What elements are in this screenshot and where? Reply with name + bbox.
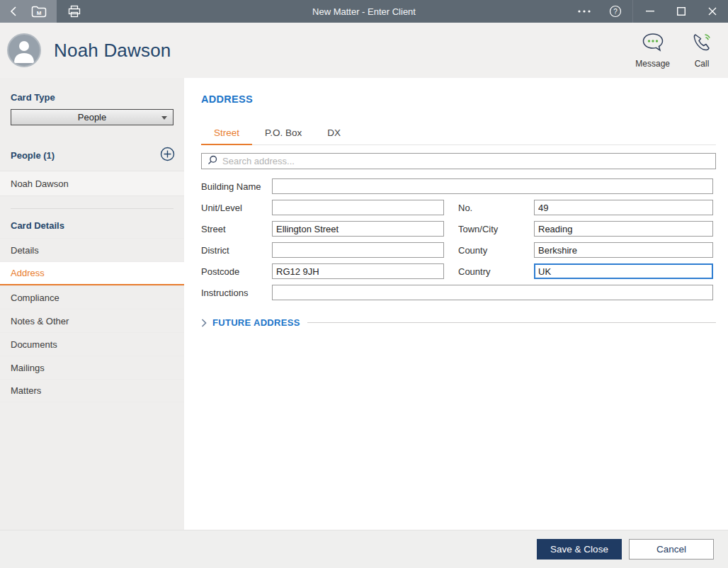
postcode-field[interactable] — [272, 263, 444, 279]
street-label: Street — [201, 224, 272, 234]
close-button[interactable] — [697, 0, 728, 23]
town-city-label: Town/City — [458, 224, 534, 234]
unit-level-label: Unit/Level — [201, 203, 272, 213]
card-type-label: Card Type — [0, 92, 184, 103]
no-field[interactable] — [534, 200, 713, 215]
card-details-header: Card Details — [0, 220, 184, 231]
call-label: Call — [695, 59, 710, 69]
tab-label: DX — [327, 127, 341, 138]
sidebar-item-label: Details — [11, 245, 39, 256]
sidebar-item-details[interactable]: Details — [0, 238, 184, 261]
town-city-field[interactable] — [534, 221, 713, 237]
form-row-building-name: Building Name — [201, 176, 716, 197]
future-address-section[interactable]: FUTURE ADDRESS — [201, 317, 716, 328]
tab-street[interactable]: Street — [201, 123, 252, 145]
sidebar-item-label: Matters — [11, 385, 41, 396]
message-button[interactable]: Message — [635, 32, 670, 69]
sidebar-item-compliance[interactable]: Compliance — [0, 285, 184, 309]
chevron-down-icon — [161, 116, 167, 120]
form-row-postcode-country: Postcode Country — [201, 261, 716, 282]
print-icon[interactable] — [68, 5, 81, 18]
header-actions: Message Call — [635, 32, 712, 69]
address-form: Building Name Unit/Level No. Street Town… — [201, 176, 716, 303]
sidebar-item-label: Documents — [11, 339, 57, 350]
person-name: Noah Dawson — [11, 178, 69, 189]
address-search — [201, 153, 716, 169]
sidebar-divider — [11, 208, 174, 209]
search-input[interactable] — [222, 156, 710, 166]
more-options-icon[interactable] — [569, 0, 600, 23]
titlebar-left-group: M — [0, 0, 57, 23]
tab-dx[interactable]: DX — [314, 123, 353, 145]
sidebar: Card Type People People (1) Noah Dawson … — [0, 78, 184, 530]
message-label: Message — [635, 59, 670, 69]
add-person-button[interactable] — [160, 147, 175, 164]
message-icon — [641, 32, 665, 56]
maximize-button[interactable] — [666, 0, 697, 23]
address-panel: ADDRESS Street P.O. Box DX Building Name — [184, 78, 728, 530]
country-field[interactable] — [534, 263, 713, 279]
tab-label: Street — [214, 127, 239, 138]
future-address-rule — [307, 322, 716, 323]
address-tabs: Street P.O. Box DX — [201, 123, 716, 145]
future-address-label: FUTURE ADDRESS — [212, 317, 300, 328]
save-close-button[interactable]: Save & Close — [537, 539, 622, 560]
body: Card Type People People (1) Noah Dawson … — [0, 78, 728, 530]
help-glyph: ? — [613, 8, 618, 16]
sidebar-item-address[interactable]: Address — [0, 261, 184, 285]
tab-po-box[interactable]: P.O. Box — [252, 123, 314, 145]
section-title: ADDRESS — [201, 93, 716, 105]
instructions-label: Instructions — [201, 288, 272, 298]
unit-level-field[interactable] — [272, 200, 444, 215]
postcode-label: Postcode — [201, 266, 272, 277]
card-type-value: People — [78, 112, 106, 123]
people-header-label: People (1) — [11, 150, 55, 161]
people-list-item[interactable]: Noah Dawson — [0, 171, 184, 196]
form-row-unit-no: Unit/Level No. — [201, 197, 716, 218]
sidebar-item-mailings[interactable]: Mailings — [0, 356, 184, 379]
cancel-label: Cancel — [656, 544, 686, 555]
back-icon[interactable] — [10, 6, 17, 17]
sidebar-item-matters[interactable]: Matters — [0, 379, 184, 402]
matter-folder-icon[interactable]: M — [31, 6, 47, 18]
instructions-field[interactable] — [272, 285, 713, 300]
country-label: Country — [458, 266, 534, 277]
minimize-button[interactable] — [635, 0, 666, 23]
district-label: District — [201, 245, 272, 256]
chevron-right-icon — [201, 319, 207, 327]
help-icon[interactable]: ? — [600, 0, 631, 23]
people-section-header: People (1) — [0, 147, 184, 164]
titlebar-separator — [632, 0, 633, 23]
building-name-label: Building Name — [201, 181, 272, 192]
form-row-district-county: District County — [201, 239, 716, 261]
call-button[interactable]: Call — [691, 32, 712, 69]
sidebar-item-notes-other[interactable]: Notes & Other — [0, 309, 184, 332]
sidebar-item-documents[interactable]: Documents — [0, 332, 184, 356]
sidebar-item-label: Compliance — [11, 292, 59, 303]
county-label: County — [458, 245, 534, 256]
building-name-field[interactable] — [272, 178, 713, 194]
title-bar: M New Matter - Enter Client ? — [0, 0, 728, 23]
district-field[interactable] — [272, 242, 444, 258]
county-field[interactable] — [534, 242, 713, 258]
footer: Save & Close Cancel — [0, 530, 728, 568]
cancel-button[interactable]: Cancel — [629, 539, 714, 560]
avatar — [7, 33, 41, 67]
save-close-label: Save & Close — [550, 544, 608, 555]
tab-label: P.O. Box — [265, 127, 302, 138]
app-window: M New Matter - Enter Client ? — [0, 0, 728, 568]
sidebar-item-label: Notes & Other — [11, 316, 69, 326]
sidebar-item-label: Address — [11, 268, 45, 278]
client-name: Noah Dawson — [54, 40, 171, 62]
no-label: No. — [458, 203, 534, 213]
titlebar-right-group: ? — [569, 0, 728, 23]
sidebar-item-label: Mailings — [11, 363, 45, 373]
street-field[interactable] — [272, 221, 444, 237]
form-row-instructions: Instructions — [201, 282, 716, 303]
client-header: Noah Dawson Message — [0, 23, 728, 78]
folder-letter: M — [37, 9, 42, 16]
card-type-dropdown[interactable]: People — [11, 109, 174, 125]
card-details-menu: Details Address Compliance Notes & Other… — [0, 238, 184, 402]
form-row-street-town: Street Town/City — [201, 218, 716, 239]
search-icon — [207, 155, 217, 168]
